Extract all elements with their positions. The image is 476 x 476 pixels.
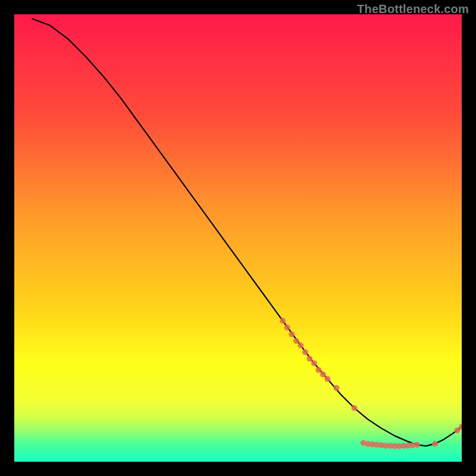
- scatter-point: [284, 324, 290, 330]
- scatter-point: [289, 331, 295, 337]
- scatter-point: [324, 376, 330, 382]
- scatter-point: [298, 342, 303, 348]
- scatter-point: [311, 361, 317, 367]
- scatter-point: [320, 371, 326, 377]
- plot-svg: [14, 14, 462, 462]
- chart-stage: TheBottleneck.com: [0, 0, 476, 476]
- scatter-point: [333, 385, 339, 391]
- scatter-point: [293, 338, 299, 344]
- scatter-point: [414, 441, 420, 447]
- scatter-point: [315, 367, 321, 373]
- scatter-point: [352, 405, 358, 411]
- scatter-point: [306, 356, 312, 362]
- scatter-point: [302, 349, 308, 355]
- scatter-point: [432, 441, 438, 447]
- background-gradient: [14, 14, 462, 462]
- scatter-point: [280, 318, 286, 324]
- plot-frame: [14, 14, 462, 462]
- watermark-label: TheBottleneck.com: [357, 2, 469, 16]
